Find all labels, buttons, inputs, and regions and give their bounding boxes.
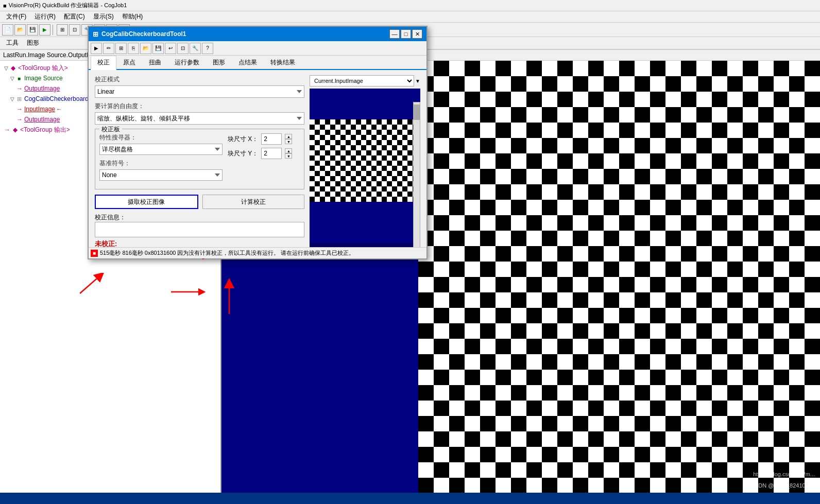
menu-help[interactable]: 帮助(H) [118, 11, 147, 22]
imgsrc-icon: ■ [15, 75, 23, 82]
toolbar-btn6[interactable]: ⊡ [69, 24, 80, 36]
calib-board-title: 校正板 [99, 125, 122, 134]
block-y-down[interactable]: ▼ [285, 153, 292, 159]
tree-label-6: OutputImage [24, 116, 60, 123]
sec-tools[interactable]: 工具 [3, 38, 22, 48]
dialog-close-btn[interactable]: ✕ [412, 29, 422, 39]
menu-config[interactable]: 配置(C) [60, 11, 89, 22]
dialog-title-icon: ⊞ [93, 30, 98, 38]
dialog-tb-edit[interactable]: ✏ [103, 43, 114, 54]
preview-blue-bottom [310, 202, 420, 243]
cogcalib-dialog: ⊞ CogCalibCheckerboardTool1 — □ ✕ ▶ ✏ ⊞ … [88, 26, 428, 259]
calib-board-right: 块尺寸 X： ▲ ▼ 块尺寸 Y： ▲ [228, 133, 300, 185]
dialog-title-text: CogCalibCheckerboardTool1 [101, 30, 186, 38]
dialog-tb-view[interactable]: ⊡ [177, 43, 189, 54]
arrow-output1: → [16, 85, 23, 92]
dialog-tb-copy[interactable]: ⎘ [128, 43, 139, 54]
tree-label-2: Image Source [24, 75, 63, 82]
dialog-tb-run[interactable]: ▶ [91, 43, 102, 54]
toolbar-btn5[interactable]: ⊞ [57, 24, 68, 36]
calib-board-inner: 特性搜寻器： 详尽棋盘格 基准符号： [99, 133, 300, 185]
toolbar-open[interactable]: 📂 [14, 24, 26, 36]
image-dropdown-select[interactable]: Current.InputImage LastRun.InputImage [310, 75, 414, 86]
preview-blue-top [310, 89, 420, 119]
arrow-input-back: ← [56, 106, 62, 113]
freedom-label: 要计算的自由度： [95, 102, 304, 111]
toolbar-save[interactable]: 💾 [27, 24, 38, 36]
scrollbar-thumb[interactable] [414, 105, 420, 120]
block-y-row: 块尺寸 Y： ▲ ▼ [228, 148, 300, 159]
calib-board-left: 特性搜寻器： 详尽棋盘格 基准符号： [99, 133, 223, 185]
tab-origin[interactable]: 原点 [116, 56, 142, 70]
csdn-badge: CSDN @2401_82410658 [750, 482, 815, 489]
dialog-status-bar: ■ 515毫秒 816毫秒 0x80131600 因为没有计算校正，所以工具没有… [89, 247, 426, 258]
dialog-minimize-btn[interactable]: — [389, 29, 400, 39]
dialog-toolbar: ▶ ✏ ⊞ ⎘ 📂 💾 ↩ ⊡ 🔧 ? [89, 41, 426, 56]
dialog-tb-settings[interactable]: 🔧 [190, 43, 201, 54]
dialog-tb-save[interactable]: 💾 [152, 43, 164, 54]
watermark: https://blog.csdn.net/m... [753, 471, 815, 477]
tab-run-params[interactable]: 运行参数 [168, 56, 206, 70]
fiducial-label: 基准符号： [99, 159, 223, 168]
image-scrollbar[interactable] [413, 102, 420, 253]
buttons-row: 摄取校正图像 计算校正 [95, 195, 304, 209]
calib-info-group: 校正信息： 未校正: [95, 213, 304, 249]
freedom-select[interactable]: 缩放、纵横比、旋转、倾斜及平移 [95, 112, 304, 125]
calib-mode-select[interactable]: Linear Nonlinear [95, 85, 304, 98]
dialog-tb-open[interactable]: 📂 [140, 43, 151, 54]
cogcalib-icon: ⊞ [15, 95, 23, 102]
dialog-titlebar: ⊞ CogCalibCheckerboardTool1 — □ ✕ [89, 27, 426, 41]
calib-mode-group: 校正模式 Linear Nonlinear [95, 75, 304, 98]
image-preview-container [310, 89, 420, 253]
tab-calib[interactable]: 校正 [91, 56, 116, 70]
image-dropdown-row: Current.InputImage LastRun.InputImage ▼ [310, 75, 420, 86]
tree-label-5: InputImage [24, 106, 55, 113]
title-bar-icon: ■ [3, 3, 7, 9]
dialog-tb-grid[interactable]: ⊞ [115, 43, 127, 54]
tab-point-results[interactable]: 点结果 [232, 56, 264, 70]
sec-graphics[interactable]: 图形 [24, 38, 42, 48]
dialog-tabs: 校正 原点 扭曲 运行参数 图形 点结果 转换结果 [89, 56, 426, 70]
block-y-input[interactable] [261, 148, 282, 159]
dialog-maximize-btn[interactable]: □ [401, 29, 411, 39]
block-y-spinner: ▲ ▼ [285, 148, 292, 159]
block-x-up[interactable]: ▲ [285, 134, 292, 139]
toolbar-sep1 [53, 25, 55, 35]
menu-file[interactable]: 文件(F) [2, 11, 30, 22]
calc-calib-btn[interactable]: 计算校正 [202, 195, 305, 209]
fiducial-select[interactable]: None [99, 169, 223, 181]
feature-finder-row: 详尽棋盘格 [99, 144, 223, 155]
grab-calib-btn[interactable]: 摄取校正图像 [95, 195, 198, 209]
toolbar-run[interactable]: ▶ [39, 24, 50, 36]
dialog-title-left: ⊞ CogCalibCheckerboardTool1 [93, 30, 186, 38]
feature-finder-label: 特性搜寻器： [99, 133, 223, 142]
feature-finder-select[interactable]: 详尽棋盘格 [99, 144, 223, 155]
block-x-label: 块尺寸 X： [228, 135, 258, 144]
toolbar-new[interactable]: 📄 [2, 24, 13, 36]
tab-transform-results[interactable]: 转换结果 [264, 56, 302, 70]
status-error-icon: ■ [91, 250, 98, 257]
feature-finder-group: 特性搜寻器： 详尽棋盘格 [99, 133, 223, 155]
block-y-label: 块尺寸 Y： [228, 149, 258, 158]
menu-run[interactable]: 运行(R) [30, 11, 60, 22]
dialog-tb-help[interactable]: ? [202, 43, 213, 54]
block-y-up[interactable]: ▲ [285, 148, 292, 153]
calib-info-box [95, 222, 304, 237]
fiducial-group: 基准符号： None [99, 159, 223, 181]
dialog-tb-undo[interactable]: ↩ [165, 43, 176, 54]
toolgroup-icon-1: ◆ [9, 64, 16, 72]
block-x-row: 块尺寸 X： ▲ ▼ [228, 133, 300, 145]
block-x-down[interactable]: ▼ [285, 139, 292, 144]
image-dropdown-arrow[interactable]: ▼ [415, 78, 420, 84]
menu-bar: 文件(F) 运行(R) 配置(C) 显示(S) 帮助(H) [0, 11, 820, 23]
menu-display[interactable]: 显示(S) [89, 11, 118, 22]
block-x-spinner: ▲ ▼ [285, 134, 292, 144]
tree-arrow-1: ▽ [4, 65, 8, 71]
dialog-image-area: Current.InputImage LastRun.InputImage ▼ [310, 75, 420, 253]
tab-distort[interactable]: 扭曲 [142, 56, 168, 70]
toolgroup-icon-2: ◆ [11, 126, 19, 133]
tab-graphics[interactable]: 图形 [206, 56, 232, 70]
preview-checker-2 [310, 171, 420, 202]
fiducial-row: None [99, 169, 223, 181]
block-x-input[interactable] [261, 133, 282, 145]
